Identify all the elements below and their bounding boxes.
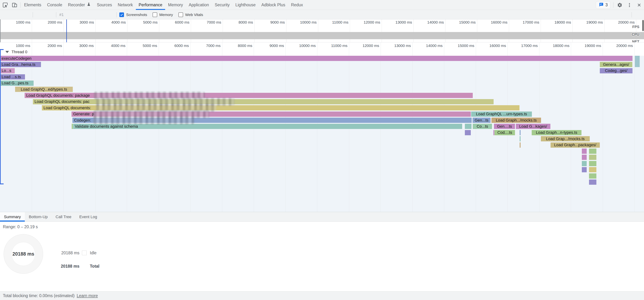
- checkbox-screenshots[interactable]: Screenshots: [119, 13, 147, 17]
- flame-bar[interactable]: [589, 179, 596, 185]
- ruler-tick-label: 10000 ms: [288, 20, 316, 25]
- flame-bar[interactable]: Load Graph.../mocks.ts: [492, 118, 541, 123]
- drawer-tabbar: SummaryBottom-UpCall TreeEvent Log: [0, 212, 644, 222]
- timeline-overview[interactable]: 1000 ms2000 ms3000 ms4000 ms5000 ms6000 …: [0, 20, 644, 43]
- tab-application[interactable]: Application: [186, 0, 212, 10]
- recording-select[interactable]: #1: [59, 10, 64, 20]
- flame-bar[interactable]: [520, 136, 520, 141]
- tab-label: Redux: [291, 3, 303, 7]
- flame-chart[interactable]: 1000 ms2000 ms3000 ms4000 ms5000 ms6000 …: [0, 43, 644, 212]
- flame-bar[interactable]: Lo...s: [0, 68, 15, 73]
- flame-bar[interactable]: [589, 173, 596, 179]
- flame-bar[interactable]: [589, 149, 596, 154]
- drawer-tab-summary[interactable]: Summary: [0, 212, 25, 222]
- flame-bar[interactable]: [72, 124, 73, 129]
- flame-bar[interactable]: Load Graph...packages/: [550, 142, 600, 148]
- ruler-tick-label: 17000 ms: [509, 44, 538, 48]
- flame-bar[interactable]: Load Grap.../mocks.ts: [541, 136, 590, 141]
- drawer-tab-call-tree[interactable]: Call Tree: [52, 212, 75, 222]
- flame-bar[interactable]: [494, 130, 494, 135]
- overview-left-handle[interactable]: [0, 20, 0, 43]
- tab-network[interactable]: Network: [115, 0, 136, 10]
- checkbox-memory[interactable]: Memory: [152, 13, 173, 17]
- flame-bar[interactable]: [582, 155, 587, 160]
- ruler-tick-label: 1000 ms: [2, 44, 30, 48]
- flame-bar-label: Genera...ages/: [602, 62, 631, 67]
- thread-group-header[interactable]: Thread 0: [6, 50, 27, 54]
- tab-recorder[interactable]: Recorder: [65, 0, 94, 10]
- gridline: [634, 43, 634, 212]
- flame-bar[interactable]: [582, 167, 587, 172]
- checkbox-checked[interactable]: [119, 13, 124, 17]
- flame-bar[interactable]: Load G...pes.ts: [0, 81, 34, 86]
- ruler-tick-label: 10000 ms: [287, 44, 316, 48]
- issues-button[interactable]: 3: [596, 1, 610, 9]
- flame-bar-label: Cod....ts: [496, 130, 514, 135]
- cpu-activity-band: [0, 32, 644, 39]
- drawer-tab-event-log[interactable]: Event Log: [75, 212, 101, 222]
- flame-bar[interactable]: [582, 149, 587, 154]
- tab-label: Memory: [168, 3, 183, 7]
- flame-bar[interactable]: executeCodegen: [0, 56, 632, 61]
- gridline: [32, 43, 32, 212]
- flask-icon: [86, 2, 91, 8]
- flame-bar[interactable]: Load Gra...hema.ts: [0, 62, 41, 67]
- ruler-tick-label: 12000 ms: [350, 44, 379, 48]
- flame-bar[interactable]: [465, 124, 472, 129]
- close-devtools-icon[interactable]: [636, 2, 642, 9]
- flame-bar[interactable]: Genera...ages/: [600, 62, 632, 67]
- flame-bar[interactable]: [589, 155, 596, 160]
- tab-sources[interactable]: Sources: [94, 0, 115, 10]
- inspect-element-icon[interactable]: [2, 2, 8, 9]
- scrollbar-thumb[interactable]: [642, 20, 644, 31]
- flame-bar[interactable]: Load GraphQL ...urn-types.ts: [471, 112, 532, 117]
- ruler-tick-label: 6000 ms: [160, 44, 189, 48]
- flame-bar[interactable]: [465, 130, 471, 135]
- legend-swatch: [82, 250, 86, 255]
- flame-bar[interactable]: Codeg...ges/: [600, 68, 632, 73]
- checkbox-unchecked[interactable]: [178, 13, 183, 17]
- flame-bar-label: Load GraphQL ...urn-types.ts: [474, 112, 529, 116]
- legend-value: 20188 ms: [59, 264, 80, 269]
- tabbar-separator: [613, 2, 614, 8]
- tab-label: Elements: [24, 3, 41, 7]
- ruler-tick-label: 2000 ms: [34, 20, 62, 25]
- active-drawer-tab-underline: [0, 220, 25, 222]
- flame-bar[interactable]: Cod....ts: [494, 130, 515, 135]
- flame-bar[interactable]: [589, 161, 596, 166]
- collapse-triangle-icon[interactable]: [6, 51, 9, 53]
- ruler-tick-label: 6000 ms: [161, 20, 190, 25]
- flame-bar[interactable]: Gen....ts: [494, 124, 515, 129]
- flame-bar[interactable]: Load Graph...n-types.ts: [532, 130, 582, 135]
- device-toolbar-icon[interactable]: [11, 2, 18, 9]
- flame-bar[interactable]: Load ...s.ts: [0, 74, 25, 80]
- flame-bar[interactable]: Co...ts: [473, 124, 492, 129]
- flame-bar[interactable]: Gen...ts: [472, 118, 490, 123]
- tab-adblock-plus[interactable]: Adblock Plus: [258, 0, 288, 10]
- flame-bar[interactable]: Load GraphQL documents: package: [24, 93, 473, 98]
- tab-console[interactable]: Console: [44, 0, 65, 10]
- flame-bar[interactable]: Load G...kages/: [516, 124, 550, 129]
- tab-lighthouse[interactable]: Lighthouse: [232, 0, 258, 10]
- tab-redux[interactable]: Redux: [288, 0, 306, 10]
- tab-label: Network: [118, 3, 133, 7]
- tab-memory[interactable]: Memory: [165, 0, 186, 10]
- settings-gear-icon[interactable]: [616, 2, 623, 9]
- tab-elements[interactable]: Elements: [21, 0, 44, 10]
- flame-bar[interactable]: [635, 56, 640, 67]
- flame-bar[interactable]: Validate documents against schema: [73, 124, 462, 129]
- checkbox-web-vitals[interactable]: Web Vitals: [178, 13, 203, 17]
- checkbox-unchecked[interactable]: [152, 13, 157, 17]
- flame-bar[interactable]: Load GraphQ...ed/types.ts: [15, 87, 73, 92]
- tab-label: Security: [215, 3, 230, 7]
- flame-bar[interactable]: [520, 130, 520, 135]
- flame-bar[interactable]: [589, 167, 596, 172]
- ruler-tick-label: 3000 ms: [65, 20, 94, 25]
- more-options-kebab-icon[interactable]: [626, 2, 633, 9]
- flame-bar[interactable]: [582, 161, 587, 166]
- tab-security[interactable]: Security: [212, 0, 232, 10]
- tab-performance[interactable]: Performance: [136, 0, 165, 10]
- learn-more-link[interactable]: Learn more: [77, 293, 98, 298]
- flame-bar[interactable]: [520, 142, 520, 148]
- drawer-tab-bottom-up[interactable]: Bottom-Up: [25, 212, 52, 222]
